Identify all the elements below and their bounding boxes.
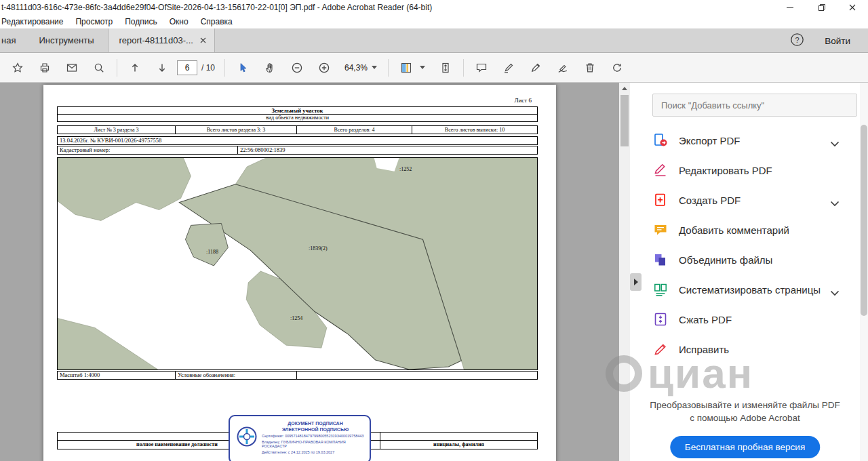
stamp-certificate: Сертификат: 0095714818479799800552319340…: [262, 434, 369, 439]
tab-document-label: report-48111d03-...: [119, 35, 193, 45]
tool-export-pdf[interactable]: Экспорт PDF: [630, 125, 860, 155]
chevron-down-icon[interactable]: [830, 138, 840, 149]
menu-bar: Редактирование Просмотр Подпись Окно Спр…: [0, 15, 868, 28]
panel-collapse-handle[interactable]: [630, 273, 642, 291]
object-type-title: Земельный участок: [58, 107, 537, 115]
title-bar: t-48111d03-616c-473e-86fc-3a4dd6e29f04-O…: [0, 0, 868, 15]
chevron-down-icon[interactable]: [830, 197, 840, 209]
panel-scrollbar[interactable]: [860, 83, 868, 461]
zoom-out-icon[interactable]: [283, 56, 311, 79]
delete-pages-icon[interactable]: [576, 56, 604, 79]
name-label: инициалы, фамилия: [380, 441, 537, 449]
tab-document-active[interactable]: report-48111d03-...: [108, 28, 215, 52]
tab-home[interactable]: ная: [0, 28, 25, 52]
page-number-input[interactable]: [177, 60, 197, 75]
tool-compress-pdf[interactable]: Сжать PDF: [630, 304, 860, 334]
hand-tool-icon[interactable]: [256, 56, 283, 79]
close-button[interactable]: [837, 0, 868, 15]
table-cell: Всего разделов: 4: [297, 126, 412, 134]
table-cell: [380, 433, 537, 440]
stamp-title-line1: ДОКУМЕНТ ПОДПИСАН: [262, 420, 369, 426]
tabbar-right: ? Войти: [790, 28, 868, 53]
zoom-level-value: 64,3%: [344, 63, 368, 73]
next-page-icon[interactable]: [149, 56, 176, 79]
toolbar-divider: [388, 59, 389, 77]
sign-pen-icon[interactable]: [522, 56, 549, 79]
chevron-down-icon[interactable]: [830, 287, 840, 298]
toolbar-divider: [463, 59, 464, 77]
pdf-page: Лист 6 Земельный участок вид объекта нед…: [43, 85, 556, 461]
parcel-label: :1188: [206, 249, 218, 255]
tools-search-input[interactable]: [652, 94, 857, 117]
maximize-button[interactable]: [806, 0, 837, 15]
close-icon: [848, 3, 856, 12]
scrollbar-thumb[interactable]: [861, 125, 867, 316]
menu-sign[interactable]: Подпись: [119, 17, 163, 26]
promo-line1: Преобразовывайте и изменяйте файлы PDF: [630, 399, 860, 412]
tool-label: Добавить комментарий: [679, 224, 789, 236]
cadastral-number-label: Кадастровый номер:: [58, 146, 238, 154]
favorites-star-icon[interactable]: [4, 56, 31, 79]
document-scrollbar[interactable]: [619, 83, 630, 461]
parcel-label: :1839(2): [309, 245, 328, 252]
menu-view[interactable]: Просмотр: [69, 17, 119, 26]
tool-create-pdf[interactable]: Создать PDF: [630, 185, 860, 215]
menu-window[interactable]: Окно: [163, 17, 195, 26]
menu-edit[interactable]: Редактирование: [0, 17, 69, 26]
scrolling-mode-icon[interactable]: [432, 56, 459, 79]
select-tool-icon[interactable]: [229, 56, 256, 79]
scale-legend-row: Масштаб 1:4000 Условные обозначения:: [57, 371, 538, 380]
acrobat-promo-text: Преобразовывайте и изменяйте файлы PDF с…: [630, 399, 860, 424]
edit-pdf-icon: [653, 163, 668, 178]
document-viewer[interactable]: Лист 6 Земельный участок вид объекта нед…: [0, 83, 619, 461]
triangle-up-icon: [622, 87, 627, 90]
tool-label: Редактировать PDF: [679, 165, 772, 176]
main-toolbar: / 10 64,3%: [0, 53, 868, 83]
menu-help[interactable]: Справка: [195, 17, 239, 26]
email-icon[interactable]: [58, 56, 85, 79]
scrollbar-thumb[interactable]: [620, 95, 629, 146]
tool-add-comment[interactable]: Добавить комментарий: [630, 215, 860, 245]
close-icon: [200, 37, 206, 43]
maximize-icon: [817, 3, 825, 12]
add-comment-icon: [653, 222, 668, 237]
tool-organize-pages[interactable]: Систематизировать страницы: [630, 275, 860, 304]
help-icon: ?: [790, 33, 804, 47]
tab-tools[interactable]: Инструменты: [25, 28, 107, 52]
sign-in-button[interactable]: Войти: [825, 36, 850, 46]
tool-label: Экспорт PDF: [679, 135, 741, 146]
comment-icon[interactable]: [468, 56, 495, 79]
refresh-icon[interactable]: [604, 56, 631, 79]
roskadastr-logo-icon: [236, 426, 258, 450]
chevron-down-icon: [372, 66, 377, 69]
cadastral-map: :1252 :1188 :1839(2) :1254: [57, 157, 538, 370]
page-display-icon[interactable]: [393, 56, 420, 79]
cadastral-number-row: Кадастровый номер: 22:56:080002:1839: [57, 146, 538, 155]
table-cell: Всего листов раздела 3: 3: [176, 126, 297, 134]
combine-files-icon: [653, 252, 668, 267]
scroll-up-button[interactable]: [619, 83, 630, 94]
minimize-button[interactable]: [774, 0, 806, 15]
tool-combine-files[interactable]: Объединить файлы: [630, 245, 860, 275]
sheet-summary-row: Лист № 3 раздела 3 Всего листов раздела …: [57, 125, 538, 134]
tool-label: Систематизировать страницы: [679, 284, 821, 296]
print-icon[interactable]: [31, 56, 58, 79]
tool-label: Исправить: [679, 344, 729, 355]
search-icon[interactable]: [85, 56, 113, 79]
tab-close-button[interactable]: [200, 37, 206, 43]
export-pdf-icon: [653, 133, 668, 148]
previous-page-icon[interactable]: [121, 56, 149, 79]
fill-sign-icon[interactable]: [549, 56, 576, 79]
tool-edit-pdf[interactable]: Редактировать PDF: [630, 155, 860, 185]
zoom-in-icon[interactable]: [311, 56, 338, 79]
fix-pen-icon: [653, 342, 668, 357]
tool-fix[interactable]: Исправить: [630, 334, 860, 364]
free-trial-button[interactable]: Бесплатная пробная версия: [670, 436, 820, 458]
toolbar-divider: [224, 59, 225, 77]
zoom-level-dropdown[interactable]: 64,3%: [338, 63, 384, 73]
help-button[interactable]: ?: [790, 33, 804, 49]
highlighter-icon[interactable]: [495, 56, 522, 79]
create-pdf-icon: [653, 193, 668, 207]
tool-label: Создать PDF: [679, 195, 741, 206]
sheet-number-label: Лист 6: [514, 97, 532, 104]
